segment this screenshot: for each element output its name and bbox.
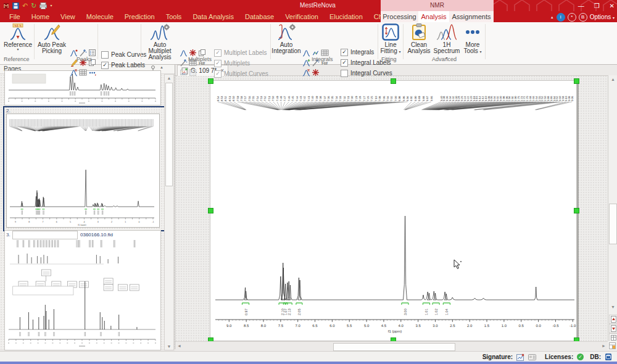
menu-database[interactable]: Database [239, 11, 280, 22]
spectrum-1h-button[interactable]: 1H Spectrum ▾ [433, 23, 460, 60]
minimize-button[interactable]: — [578, 2, 584, 9]
signature-stamp-icon[interactable] [516, 354, 524, 361]
database-icon[interactable] [605, 353, 612, 361]
svg-text:7.08: 7.08 [378, 96, 381, 101]
signature-card-icon[interactable] [528, 354, 536, 361]
checkbox-box[interactable] [101, 62, 109, 69]
feedback-icon[interactable]: B [579, 13, 587, 22]
selection-handle-mid-left[interactable] [208, 208, 213, 213]
peak-x-icon[interactable] [302, 68, 310, 77]
reference-button[interactable]: Reference ▾ [2, 23, 33, 51]
auto-multiplet-analysis-button[interactable]: Auto Multiplet Analysis [143, 23, 177, 60]
checkbox-box[interactable] [341, 59, 348, 67]
peak-up-icon[interactable] [302, 48, 310, 57]
list-icon[interactable] [88, 48, 96, 57]
selection-handle-top-left[interactable] [208, 78, 213, 84]
menu-file[interactable]: File [4, 11, 26, 22]
settings-gear-icon[interactable]: * [568, 13, 576, 22]
checkbox-box[interactable] [101, 51, 109, 59]
scroll-down-icon[interactable]: ▼ [608, 305, 617, 309]
scroll-up-icon[interactable]: ▲ [165, 76, 173, 80]
close-button[interactable]: ✕ [610, 2, 615, 9]
menu-tools[interactable]: Tools [160, 11, 188, 22]
dots-icon[interactable] [88, 68, 96, 77]
more-tools-button[interactable]: More Tools ▾ [462, 23, 484, 54]
copy-icon[interactable] [197, 48, 206, 57]
link-icon[interactable] [311, 48, 320, 57]
wand-icon[interactable] [78, 48, 87, 57]
auto-peak-picking-button[interactable]: Auto Peak Picking [36, 23, 68, 54]
canvas-vscrollbar-thumb[interactable] [609, 204, 617, 244]
pages-scrollbar[interactable]: ▲ ▼ [164, 74, 174, 350]
selection-handle-mid-right[interactable] [574, 208, 579, 213]
tab-assignments[interactable]: Assignments [449, 11, 494, 22]
scroll-up-icon[interactable]: ▲ [608, 77, 617, 81]
selection-handle-top-center[interactable] [391, 78, 396, 84]
selection-handle-top-right[interactable] [574, 78, 579, 84]
svg-text:7.40: 7.40 [311, 96, 314, 101]
tab-analysis[interactable]: Analysis [418, 11, 449, 22]
info-icon[interactable]: i [557, 13, 565, 22]
licenses-ok-icon[interactable]: ✓ [577, 354, 584, 360]
collapse-ribbon-icon[interactable]: ▲ [550, 15, 554, 19]
redo-icon[interactable]: ↻ [31, 2, 36, 10]
scroll-right-icon[interactable]: ► [602, 344, 606, 348]
burst-icon[interactable] [188, 48, 197, 57]
maximize-button[interactable]: ❐ [594, 2, 600, 9]
canvas-vscrollbar[interactable]: ▲ ▼ [608, 75, 617, 341]
line-fitting-button[interactable]: Line Fitting ▾ [379, 23, 402, 54]
checkbox-box[interactable] [341, 70, 348, 77]
menu-elucidation[interactable]: Elucidation [324, 11, 368, 22]
page-thumbnail-2-selected[interactable]: 2. 9876543210-1f1 (ppm) [3, 106, 165, 231]
checkbox-box[interactable] [341, 49, 348, 56]
table-icon[interactable] [320, 48, 329, 57]
print-icon[interactable] [39, 2, 47, 9]
checkbox-peak-labels[interactable]: Peak Labels [101, 60, 146, 70]
tab-processing[interactable]: Processing [381, 11, 418, 22]
wand-icon[interactable] [179, 58, 188, 67]
menu-prediction[interactable]: Prediction [119, 11, 160, 22]
checkbox-box[interactable] [214, 60, 222, 67]
document-canvas[interactable]: 9.08.58.07.57.06.56.05.55.04.54.03.53.02… [175, 75, 608, 341]
pages-scrollbar-thumb[interactable] [165, 83, 173, 186]
menu-data-analysis[interactable]: Data Analysis [187, 11, 239, 22]
clean-analysis-icon [411, 23, 427, 41]
checkbox-box[interactable] [214, 70, 222, 78]
page-thumbnail-3[interactable]: 3. 0360166.10.fid [4, 230, 161, 350]
canvas-hscrollbar[interactable]: ◄ ► [175, 341, 608, 351]
checkbox-integral-curves[interactable]: Integral Curves [341, 68, 392, 78]
checkbox-multiplet-curves[interactable]: Multiplet Curves [214, 68, 268, 79]
auto-integration-button[interactable]: Auto Integration [271, 23, 301, 54]
canvas-hscrollbar-thumb[interactable] [333, 343, 455, 351]
peak-plus-icon[interactable] [302, 58, 310, 67]
menu-home[interactable]: Home [26, 11, 55, 22]
checkbox-box[interactable] [214, 49, 222, 57]
peak-x-icon[interactable] [69, 68, 78, 77]
thumbnail-3-textbox [12, 231, 78, 239]
spectrum-page[interactable]: 9.08.58.07.57.06.56.05.55.04.54.03.53.02… [210, 80, 577, 341]
checkbox-multiplet-labels[interactable]: Multiplet Labels [214, 48, 268, 58]
table-icon[interactable] [78, 68, 87, 77]
peak-red-dot-icon[interactable] [69, 48, 78, 57]
menu-view[interactable]: View [55, 11, 81, 22]
quick-access-caret-icon[interactable]: ▾ [50, 4, 52, 7]
next-page-button[interactable] [609, 324, 617, 333]
options-menu[interactable]: Options ▾ [590, 14, 615, 20]
checkbox-peak-curves[interactable]: Peak Curves [101, 49, 146, 60]
list-icon[interactable] [188, 68, 197, 77]
blank-icon[interactable] [320, 68, 329, 77]
save-icon[interactable] [12, 2, 19, 9]
previous-page-button[interactable] [609, 315, 617, 324]
menu-verification[interactable]: Verification [280, 11, 324, 22]
checkbox-multiplets[interactable]: Multiplets [214, 58, 268, 68]
svg-text:0.06: 0.06 [571, 96, 574, 101]
undo-icon[interactable]: ↶ [22, 2, 28, 10]
menu-molecule[interactable]: Molecule [81, 11, 119, 22]
img-icon[interactable] [179, 68, 188, 77]
burst-icon[interactable] [311, 68, 320, 77]
clean-analysis-button[interactable]: Clean Analysis [405, 23, 433, 54]
peak-up-icon[interactable] [179, 48, 188, 57]
scroll-left-icon[interactable]: ◄ [177, 344, 181, 348]
blank-icon[interactable] [197, 68, 206, 77]
scroll-down-icon[interactable]: ▼ [165, 344, 173, 349]
